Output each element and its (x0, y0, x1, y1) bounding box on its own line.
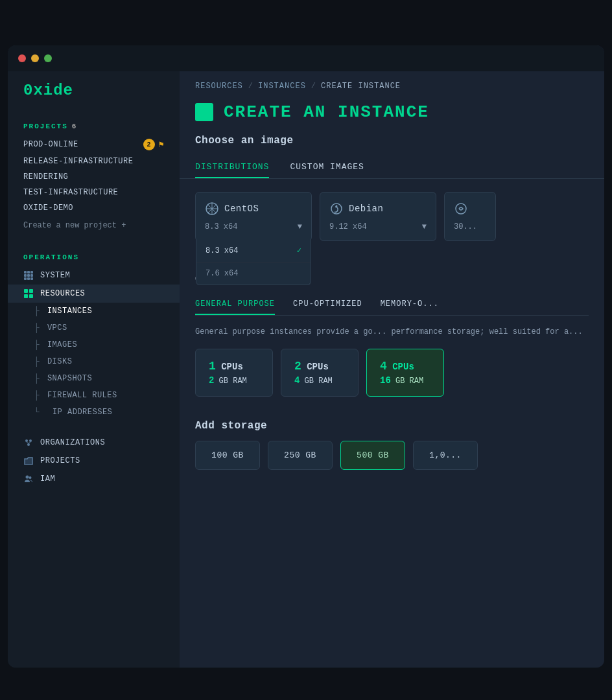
breadcrumb-resources[interactable]: RESOURCES (195, 82, 243, 91)
projects-section-label: PROJECTS6 (8, 115, 180, 135)
sidebar-item-firewall-rules[interactable]: ├ FIREWALL RULES (8, 387, 180, 404)
ram-label-3: 16 GB RAM (380, 375, 430, 386)
chevron-down-icon: ▼ (422, 222, 427, 231)
centos-dropdown: 8.3 x64 ✓ 7.6 x64 (196, 239, 311, 285)
create-project-link[interactable]: Create a new project + (8, 216, 180, 235)
add-storage-label: Add storage (195, 420, 589, 432)
sidebar-item-images[interactable]: ├ IMAGES (8, 336, 180, 353)
image-card-centos[interactable]: CentOS 8.3 x64 ▼ 8.3 x64 ✓ 7.6 x64 (195, 192, 312, 241)
sidebar-item-rendering[interactable]: RENDERING (8, 169, 180, 185)
sidebar-item-resources[interactable]: RESOURCES (8, 285, 180, 303)
connector-icon: ├ (34, 340, 40, 350)
centos-card-header: CentOS (205, 202, 302, 216)
storage-card-250[interactable]: 250 GB (268, 441, 333, 470)
svg-point-5 (26, 476, 29, 479)
svg-point-2 (27, 443, 30, 446)
sidebar-item-vpcs[interactable]: ├ VPCS (8, 320, 180, 336)
sidebar-item-organizations[interactable]: ORGANIZATIONS (8, 434, 180, 452)
tab-custom-images[interactable]: CUSTOM IMAGES (290, 157, 364, 178)
breadcrumb: RESOURCES / INSTANCES / CREATE INSTANCE (180, 71, 604, 97)
breadcrumb-current: CREATE INSTANCE (321, 82, 401, 91)
svg-line-3 (27, 442, 29, 443)
tab-cpu-optimized[interactable]: CPU-OPTIMIZED (293, 294, 362, 315)
svg-point-1 (29, 439, 32, 442)
app-logo: 0xide (8, 82, 180, 115)
system-label: SYSTEM (40, 271, 70, 280)
grid-icon (23, 270, 34, 281)
connector-icon: ├ (34, 390, 40, 401)
instance-tabs-row: GENERAL PURPOSE CPU-OPTIMIZED MEMORY-O..… (195, 294, 589, 316)
storage-cards-row: 100 GB 250 GB 500 GB 1,0... (195, 441, 589, 470)
tab-general-purpose[interactable]: GENERAL PURPOSE (195, 294, 275, 315)
breadcrumb-sep1: / (248, 82, 253, 91)
sidebar-item-release-infra[interactable]: RELEASE-INFRASTRUCTURE (8, 154, 180, 169)
storage-section: Add storage 100 GB 250 GB 500 GB 1,0... (180, 407, 604, 470)
storage-card-100[interactable]: 100 GB (195, 441, 260, 470)
centos-version: 8.3 x64 (205, 222, 237, 231)
close-button[interactable] (18, 54, 26, 62)
sidebar: 0xide PROJECTS6 PROD-ONLINE 2 ⚑ RELEASE-… (8, 45, 180, 668)
generic-os-icon (454, 202, 468, 216)
debian-icon (329, 202, 344, 216)
centos-version-select[interactable]: 8.3 x64 ▼ (205, 222, 302, 231)
notification-badge: 2 (143, 139, 155, 150)
dropdown-item-8-3[interactable]: 8.3 x64 ✓ (196, 239, 311, 262)
image-tabs-row: DISTRIBUTIONS CUSTOM IMAGES (180, 157, 604, 179)
debian-card-header: Debian (329, 202, 427, 216)
bottom-nav: ORGANIZATIONS PROJECTS (8, 434, 180, 488)
svg-point-13 (336, 205, 338, 207)
connector-icon: ├ (34, 373, 40, 384)
operations-label: OPERATIONS (8, 246, 180, 266)
cpu-card-2[interactable]: 2 CPUs 4 GB RAM (281, 349, 359, 397)
bookmark-icon: ⚑ (159, 139, 164, 150)
tab-distributions[interactable]: DISTRIBUTIONS (195, 157, 269, 178)
cpu-card-3[interactable]: 4 CPUs 16 GB RAM (366, 349, 444, 397)
page-header-icon (195, 103, 213, 121)
image-cards-row: CentOS 8.3 x64 ▼ 8.3 x64 ✓ 7.6 x64 (180, 192, 604, 241)
page-header: CREATE AN INSTANCE (180, 97, 604, 135)
choose-image-label: Choose an image (180, 135, 604, 157)
connector-icon: └ (34, 407, 40, 417)
page-title: CREATE AN INSTANCE (224, 102, 429, 122)
image-card-third[interactable]: 30... (444, 192, 496, 241)
tab-memory-optimized[interactable]: MEMORY-O... (381, 294, 439, 315)
instance-description: General purpose instances provide a go..… (195, 326, 589, 338)
breadcrumb-sep2: / (311, 82, 316, 91)
centos-name: CentOS (224, 204, 259, 214)
storage-card-1000[interactable]: 1,0... (413, 441, 478, 470)
org-icon (23, 438, 34, 448)
cpu-card-1[interactable]: 1 CPUs 2 GB RAM (195, 349, 273, 397)
third-card-header (454, 202, 486, 216)
sidebar-item-oxide-demo[interactable]: OXIDE-DEMO (8, 200, 180, 216)
iam-icon (23, 474, 34, 484)
main-content: RESOURCES / INSTANCES / CREATE INSTANCE … (180, 45, 604, 668)
sidebar-item-prod-online[interactable]: PROD-ONLINE 2 ⚑ (8, 135, 180, 154)
breadcrumb-instances[interactable]: INSTANCES (258, 82, 306, 91)
connector-icon: ├ (34, 323, 40, 333)
centos-icon (205, 202, 219, 216)
connector-icon: ├ (34, 306, 40, 316)
sidebar-item-disks[interactable]: ├ DISKS (8, 353, 180, 370)
connector-icon: ├ (34, 356, 40, 367)
sidebar-item-instances[interactable]: ├ INSTANCES (8, 303, 180, 320)
image-card-debian[interactable]: Debian 9.12 x64 ▼ (320, 192, 436, 241)
sidebar-item-projects[interactable]: PROJECTS (8, 452, 180, 470)
cpu-cards-row: 1 CPUs 2 GB RAM 2 CPUs 4 GB RAM 4 CPUs 1… (195, 349, 589, 397)
project-badges: 2 ⚑ (143, 139, 164, 150)
screen-wrapper: 0xide PROJECTS6 PROD-ONLINE 2 ⚑ RELEASE-… (8, 45, 604, 668)
sidebar-item-iam[interactable]: IAM (8, 470, 180, 488)
debian-version-select[interactable]: 9.12 x64 ▼ (329, 222, 427, 231)
third-version-select[interactable]: 30... (454, 222, 486, 231)
top-bar (8, 45, 604, 71)
sidebar-item-snapshots[interactable]: ├ SNAPSHOTS (8, 370, 180, 387)
minimize-button[interactable] (31, 54, 39, 62)
sidebar-item-system[interactable]: SYSTEM (8, 266, 180, 285)
debian-name: Debian (349, 204, 383, 214)
sidebar-item-test-infra[interactable]: TEST-INFRASTRUCTURE (8, 185, 180, 200)
dropdown-item-7-6[interactable]: 7.6 x64 (196, 262, 311, 285)
sidebar-item-ip-addresses[interactable]: └ IP ADDRESSES (8, 404, 180, 421)
folder-icon (23, 456, 34, 466)
storage-card-500[interactable]: 500 GB (340, 441, 405, 470)
maximize-button[interactable] (44, 54, 52, 62)
operations-section: OPERATIONS SYSTEM (8, 246, 180, 421)
